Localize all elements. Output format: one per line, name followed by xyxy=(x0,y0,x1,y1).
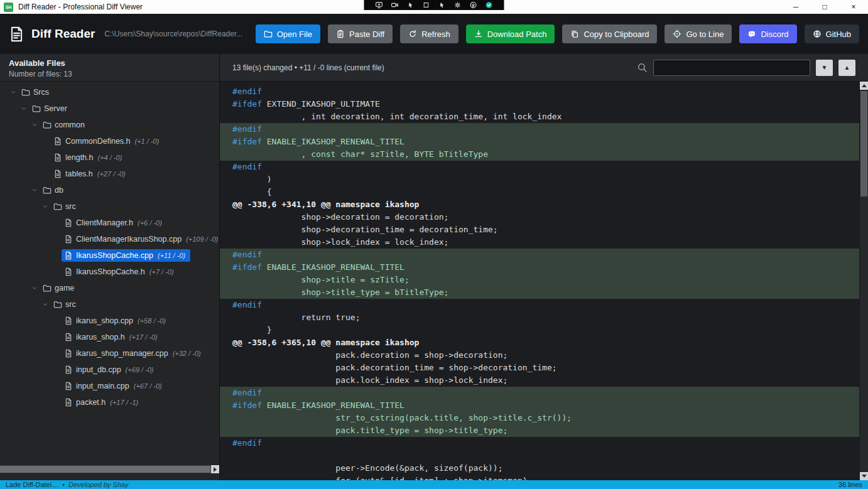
tree-item-clientmanager-h[interactable]: ClientManager.h(+6 / -0) xyxy=(0,215,219,231)
button-label: Download Patch xyxy=(487,30,547,39)
tree-item-ikarusshopcache-h[interactable]: IkarusShopCache.h(+7 / -0) xyxy=(0,264,219,280)
close-button[interactable]: × xyxy=(839,0,868,14)
tree-item-ikarusshopcache-cpp[interactable]: IkarusShopCache.cpp(+11 / -0) xyxy=(0,247,219,264)
search-input[interactable] xyxy=(653,60,810,76)
capture-toolbar xyxy=(364,0,504,10)
change-count: (+4 / -0) xyxy=(97,154,122,161)
cursor-icon[interactable] xyxy=(407,1,415,9)
tree-item-label: tables.h xyxy=(65,169,93,178)
search-prev-button[interactable]: ▲ xyxy=(838,60,855,76)
code-line: { xyxy=(220,186,859,198)
scroll-down-button[interactable] xyxy=(860,472,868,480)
code-line: str_to_cstring(pack.title, shop->title.c… xyxy=(220,412,859,424)
code-line: pack.decoration_time = shop->decoration_… xyxy=(220,362,859,374)
gears-icon[interactable] xyxy=(454,1,462,9)
copy-to-clipboard-button[interactable]: Copy to Clipboard xyxy=(562,24,657,43)
diff-content: 13 file(s) changed • +11 / -0 lines (cur… xyxy=(220,54,868,480)
tree-item-clientmanagerikarusshop-cpp[interactable]: ClientManagerIkarusShop.cpp(+109 / -0) xyxy=(0,231,219,247)
search-next-button[interactable]: ▼ xyxy=(816,60,833,76)
change-count: (+27 / -0) xyxy=(97,170,126,178)
code-line: #endif xyxy=(220,387,859,399)
tree-item-label: input_db.cpp xyxy=(76,365,121,374)
change-count: (+7 / -0) xyxy=(149,268,174,276)
download-patch-button[interactable]: Download Patch xyxy=(466,24,555,43)
stop-frame-icon[interactable] xyxy=(423,1,430,9)
down-arrow-icon xyxy=(862,475,867,478)
code-line: shop->title_type = bTitleType; xyxy=(220,286,859,299)
toolbar-buttons: Open FilePaste DiffRefreshDownload Patch… xyxy=(256,24,859,43)
diff-summary-bar: 13 file(s) changed • +11 / -0 lines (cur… xyxy=(220,54,868,82)
chevron-down-icon xyxy=(31,122,38,128)
file-icon xyxy=(64,251,73,260)
discord-button[interactable]: Discord xyxy=(739,24,796,43)
tree-item-ikarus-shop-h[interactable]: ikarus_shop.h(+17 / -0) xyxy=(0,329,219,345)
tree-item-label: Server xyxy=(44,104,67,113)
statusbar: Lade Diff-Datei… • Developed by Shay 36 … xyxy=(0,480,868,489)
tree-item-ikarus-shop-manager-cpp[interactable]: ikarus_shop_manager.cpp(+32 / -0) xyxy=(0,345,219,362)
code-line: #endif xyxy=(220,437,859,449)
diff-hunk-header: @@ -338,6 +341,10 @@ namespace ikashop xyxy=(220,198,859,211)
horizontal-scrollbar[interactable] xyxy=(0,465,219,473)
code-line: #endif xyxy=(220,249,859,261)
folder-icon xyxy=(32,104,41,113)
button-label: GitHub xyxy=(826,30,851,39)
video-camera-icon[interactable] xyxy=(391,1,399,9)
screen-share-icon[interactable] xyxy=(376,1,383,9)
change-count: (+67 / -0) xyxy=(134,382,162,390)
code-line: pack.lock_index = shop->lock_index; xyxy=(220,374,859,387)
header: Diff Reader C:\Users\Shay\source\repos\D… xyxy=(0,14,868,54)
search-icon xyxy=(637,62,648,73)
tree-item-src[interactable]: src xyxy=(0,198,219,215)
scroll-up-button[interactable] xyxy=(860,82,868,90)
tree-item-length-h[interactable]: length.h(+4 / -0) xyxy=(0,149,219,166)
tree-item-common[interactable]: common xyxy=(0,117,219,133)
minimize-button[interactable]: ─ xyxy=(781,0,810,14)
code-line: #ifdef ENABLE_IKASHOP_RENEWAL_TITEL xyxy=(220,136,859,148)
github-button[interactable]: GitHub xyxy=(805,24,859,43)
file-icon xyxy=(64,398,73,407)
change-count: (+17 / -1) xyxy=(110,399,138,406)
open-file-button[interactable]: Open File xyxy=(256,24,320,43)
file-sidebar: Available Files Number of files: 13 Srcs… xyxy=(0,54,220,480)
folder-icon xyxy=(43,186,52,195)
tree-item-db[interactable]: db xyxy=(0,182,219,198)
chevron-down-icon xyxy=(41,203,48,210)
paste-icon xyxy=(336,30,345,38)
vertical-scrollbar[interactable] xyxy=(859,82,868,480)
scroll-right-button[interactable] xyxy=(211,465,219,473)
file-icon xyxy=(64,382,73,390)
go-to-line-button[interactable]: Go to Line xyxy=(665,24,732,43)
change-count: (+17 / -0) xyxy=(129,333,158,341)
tree-item-label: CommonDefines.h xyxy=(65,137,131,146)
maximize-button[interactable]: □ xyxy=(810,0,839,14)
folder-icon xyxy=(53,202,62,211)
check-circle-icon[interactable] xyxy=(486,1,493,9)
paste-diff-button[interactable]: Paste Diff xyxy=(328,24,393,43)
tree-item-input-db-cpp[interactable]: input_db.cpp(+69 / -0) xyxy=(0,362,219,378)
code-line: pack.decoration = shop->decoration; xyxy=(220,349,859,362)
tree-item-tables-h[interactable]: tables.h(+27 / -0) xyxy=(0,166,219,182)
tree-item-srcs[interactable]: Srcs xyxy=(0,84,219,100)
button-label: Paste Diff xyxy=(349,30,384,39)
folder-row-content: src xyxy=(51,298,81,311)
tree-item-label: ikarus_shop.cpp xyxy=(76,316,133,325)
file-icon xyxy=(53,153,62,162)
tree-item-game[interactable]: game xyxy=(0,280,219,296)
accessibility-icon[interactable] xyxy=(470,1,477,9)
code-line: ) xyxy=(220,173,859,186)
tree-item-commondefines-h[interactable]: CommonDefines.h(+1 / -0) xyxy=(0,133,219,149)
tree-item-packet-h[interactable]: packet.h(+17 / -1) xyxy=(0,394,219,411)
pointer-icon[interactable] xyxy=(438,1,446,9)
tree-item-server[interactable]: Server xyxy=(0,100,219,117)
tree-item-label: game xyxy=(55,284,74,293)
tree-item-input-main-cpp[interactable]: input_main.cpp(+67 / -0) xyxy=(0,378,219,394)
tree-item-src[interactable]: src xyxy=(0,296,219,313)
hscrollbar-thumb[interactable] xyxy=(0,466,210,473)
refresh-button[interactable]: Refresh xyxy=(400,24,458,43)
code-line: #endif xyxy=(220,123,859,136)
tree-item-ikarus-shop-cpp[interactable]: ikarus_shop.cpp(+58 / -0) xyxy=(0,313,219,329)
button-label: Refresh xyxy=(421,30,450,39)
vscrollbar-thumb[interactable] xyxy=(860,91,867,196)
file-row-content: IkarusShopCache.cpp(+11 / -0) xyxy=(62,249,190,262)
file-row-content: ClientManagerIkarusShop.cpp(+109 / -0) xyxy=(62,233,219,245)
